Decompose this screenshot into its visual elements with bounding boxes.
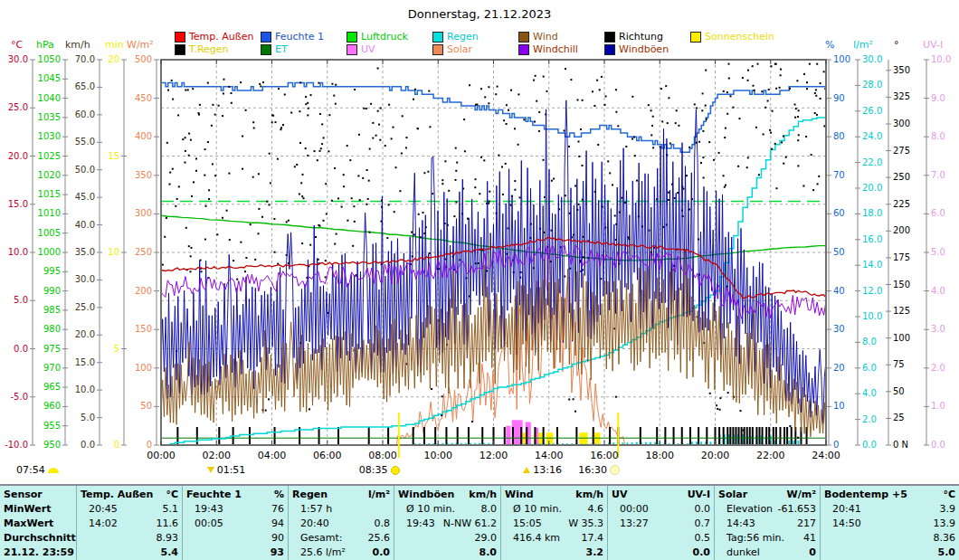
sun-marker-time: 16:30 (578, 464, 607, 476)
direction-dot (305, 96, 307, 98)
direction-dot (480, 157, 482, 158)
direction-dot (779, 87, 781, 89)
cell-label (81, 531, 89, 546)
t-regen-bar (423, 427, 425, 445)
direction-dot (814, 112, 816, 114)
direction-dot (444, 160, 446, 162)
sun-marker-time: 07:54 (16, 464, 45, 476)
direction-dot (218, 105, 220, 107)
direction-dot (212, 163, 214, 165)
direction-dot (506, 123, 508, 125)
direction-dot (615, 111, 617, 113)
direction-dot (367, 198, 369, 200)
row-label: Sensor (4, 488, 43, 502)
direction-dot (182, 138, 184, 140)
table-cell-row: 3.2 (505, 546, 603, 560)
t-regen-bar (520, 427, 522, 445)
cell-value: 3.9 (940, 502, 956, 517)
windboeen-swatch-icon (604, 44, 615, 55)
direction-dot (770, 132, 772, 134)
sun-marker: 08:35 (359, 464, 400, 476)
t-regen-bar (481, 427, 483, 445)
direction-dot (229, 239, 231, 241)
direction-dot (488, 86, 489, 88)
direction-dot (480, 88, 482, 90)
direction-dot (204, 148, 206, 150)
direction-dot (429, 126, 431, 128)
uv-bar (506, 426, 510, 445)
x-tick-label: 14:00 (535, 450, 564, 461)
y-tick-label: 1005 (18, 229, 61, 238)
table-column-feuchte-1: Feuchte 1%19:437600:05949093 (182, 486, 288, 560)
t-regen-bar (773, 427, 774, 445)
direction-dot (675, 122, 677, 124)
y-tick-label: 30.0 (862, 55, 909, 64)
direction-dot (488, 203, 489, 204)
direction-dot (764, 107, 766, 109)
direction-dot (543, 159, 545, 161)
direction-dot (314, 150, 316, 152)
direction-dot (341, 206, 343, 208)
direction-dot (188, 155, 190, 157)
direction-dot (634, 155, 636, 157)
direction-dot (259, 83, 261, 85)
direction-dot (236, 279, 238, 280)
t-regen-bar (512, 427, 514, 445)
direction-dot (418, 214, 420, 215)
direction-dot (534, 121, 536, 123)
direction-dot (222, 115, 223, 117)
direction-dot (423, 172, 425, 174)
direction-dot (427, 171, 429, 173)
direction-dot (377, 68, 379, 70)
direction-dot (331, 83, 333, 85)
table-cell-row: 25.6 l/m²0.0 (292, 546, 390, 560)
direction-dot (185, 90, 186, 91)
direction-dot (596, 80, 598, 81)
t-regen-bar (718, 427, 720, 445)
y-tick-label: 200 (893, 226, 940, 235)
direction-dot (794, 104, 796, 106)
direction-dot (271, 114, 273, 116)
direction-dot (464, 150, 466, 152)
direction-dot (171, 80, 173, 81)
direction-dot (551, 180, 553, 182)
legend-label: UV (361, 43, 375, 55)
legend-row: T.RegenETUVSolarWindchillWindböen (175, 43, 690, 55)
direction-dot (651, 125, 653, 127)
t-regen-bar (735, 427, 736, 445)
direction-dot (774, 143, 776, 145)
direction-dot (543, 76, 545, 78)
cell-label: 00:05 (186, 517, 223, 531)
t-regen-bar (445, 427, 447, 445)
up-arrow-icon (523, 467, 530, 473)
direction-dot (747, 80, 749, 81)
direction-dot (191, 247, 193, 249)
direction-dot (233, 260, 234, 261)
direction-dot (357, 176, 359, 177)
direction-dot (228, 86, 230, 88)
column-unit: °C (166, 488, 178, 502)
direction-dot (207, 82, 209, 84)
direction-dot (705, 70, 707, 71)
direction-dot (205, 205, 207, 207)
direction-dot (578, 156, 580, 157)
direction-dot (667, 122, 669, 124)
direction-dot (386, 237, 388, 239)
direction-dot (207, 141, 209, 143)
direction-dot (573, 398, 574, 400)
t-regen-bar (738, 427, 740, 445)
table-cell-row: Gesamt:25.6 (292, 531, 390, 546)
t-regen-bar (249, 427, 251, 445)
table-column-header: Bodentemp +5°C (824, 488, 955, 502)
t-regen-bar (526, 427, 527, 445)
y-tick-label: 955 (18, 422, 61, 431)
direction-dot (216, 233, 218, 235)
direction-dot (758, 174, 760, 176)
direction-dot (318, 82, 319, 84)
cell-value: 5.0 (938, 546, 956, 560)
direction-dot (351, 197, 353, 199)
direction-dot (614, 215, 616, 217)
direction-dot (582, 100, 584, 101)
direction-dot (820, 82, 821, 84)
direction-dot (519, 196, 521, 198)
